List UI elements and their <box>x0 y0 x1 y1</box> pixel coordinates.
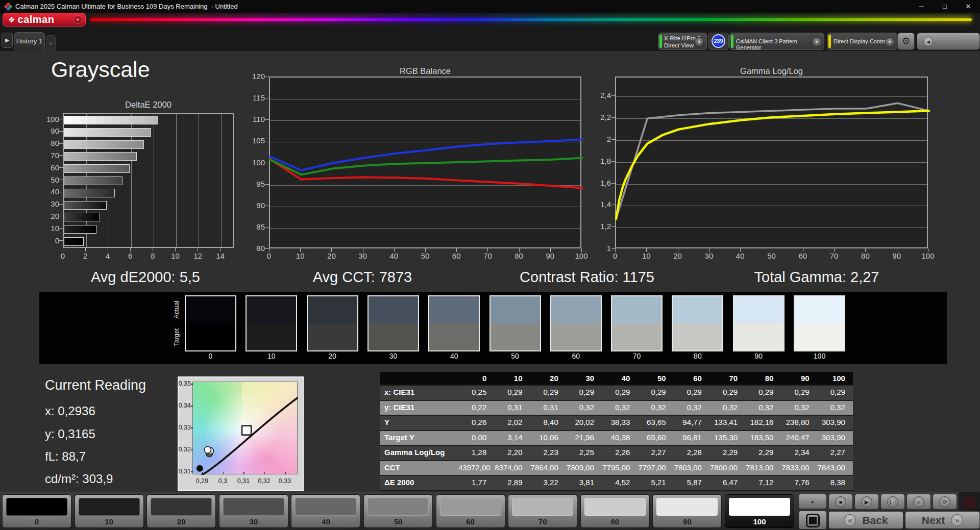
pattern-window-expand-button[interactable]: ▲ <box>798 494 827 509</box>
table-cell[interactable]: 2,20 <box>494 446 530 460</box>
table-cell[interactable]: 10,06 <box>530 431 566 445</box>
table-cell[interactable]: 0,32 <box>674 401 709 415</box>
table-cell[interactable]: 8,40 <box>530 416 566 430</box>
table-cell[interactable]: 2,23 <box>530 446 566 460</box>
pattern-button-30[interactable]: 30 <box>219 494 288 528</box>
table-cell[interactable]: 7813,00 <box>745 461 781 475</box>
table-cell[interactable]: 6,47 <box>709 476 745 490</box>
table-cell[interactable]: 0,29 <box>674 386 709 400</box>
table-cell[interactable]: 2,26 <box>602 446 638 460</box>
pattern-button-60[interactable]: 60 <box>436 494 505 528</box>
table-cell[interactable]: 0,31 <box>494 401 530 415</box>
table-cell[interactable]: 43972,00 <box>458 461 494 475</box>
calman-menu-button[interactable]: ❖ calman ▼ <box>3 13 86 27</box>
loop-button[interactable]: ⟳ <box>933 494 957 510</box>
table-cell[interactable]: 4,52 <box>602 476 638 490</box>
meter-dropdown[interactable]: X-Rite i1Pro 2 Direct View ▼ <box>658 33 707 50</box>
table-cell[interactable]: 7864,00 <box>530 461 566 475</box>
table-cell[interactable]: 63,65 <box>638 416 673 430</box>
play-button[interactable]: ▶ <box>854 494 879 510</box>
table-cell[interactable]: 7843,00 <box>817 461 853 475</box>
table-cell[interactable]: 0,29 <box>566 386 602 400</box>
table-cell[interactable]: 2,02 <box>494 416 530 430</box>
table-cell[interactable]: 183,50 <box>745 431 781 445</box>
table-cell[interactable]: 0,29 <box>817 386 853 400</box>
back-button[interactable]: « Back <box>828 511 903 529</box>
table-cell[interactable]: 94,77 <box>674 416 709 430</box>
table-cell[interactable]: 21,96 <box>566 431 602 445</box>
table-cell[interactable]: 7803,00 <box>674 461 709 475</box>
table-cell[interactable]: 0,29 <box>745 386 781 400</box>
table-cell[interactable]: 0,31 <box>530 401 566 415</box>
table-cell[interactable]: 5,21 <box>638 476 673 490</box>
table-cell[interactable]: 0,32 <box>566 401 602 415</box>
table-cell[interactable]: 0,32 <box>709 401 745 415</box>
pattern-button-90[interactable]: 90 <box>652 494 722 528</box>
pattern-button-50[interactable]: 50 <box>363 494 433 528</box>
table-cell[interactable]: 240,47 <box>781 431 817 445</box>
table-cell[interactable]: 303,90 <box>817 416 853 430</box>
table-cell[interactable]: 3,14 <box>494 431 530 445</box>
table-cell[interactable]: 0,29 <box>638 386 673 400</box>
pattern-button-80[interactable]: 80 <box>580 494 650 528</box>
table-cell[interactable]: 1,77 <box>458 476 494 490</box>
table-cell[interactable]: 0,32 <box>745 401 781 415</box>
table-cell[interactable]: 135,30 <box>709 431 745 445</box>
close-button[interactable]: ✕ <box>957 0 980 13</box>
table-cell[interactable]: 2,29 <box>709 446 745 460</box>
table-cell[interactable]: 0,22 <box>458 401 494 415</box>
pattern-button-100[interactable]: 100 <box>725 494 794 528</box>
table-cell[interactable]: 2,25 <box>566 446 602 460</box>
table-cell[interactable]: 2,27 <box>638 446 673 460</box>
table-cell[interactable]: 2,27 <box>817 446 853 460</box>
table-cell[interactable]: 182,16 <box>745 416 781 430</box>
table-cell[interactable]: 0,29 <box>781 386 817 400</box>
pattern-button-0[interactable]: 0 <box>2 494 71 528</box>
collapse-panel-button[interactable]: ◀ <box>917 33 980 50</box>
table-cell[interactable]: 2,89 <box>494 476 530 490</box>
pattern-button-10[interactable]: 10 <box>75 494 144 528</box>
table-cell[interactable]: 65,60 <box>638 431 673 445</box>
minimize-button[interactable]: ─ <box>910 0 933 13</box>
table-cell[interactable]: 20,02 <box>566 416 602 430</box>
table-cell[interactable]: 7800,00 <box>709 461 745 475</box>
table-cell[interactable]: 0,29 <box>602 386 638 400</box>
pattern-button-20[interactable]: 20 <box>146 494 216 528</box>
add-tab-button[interactable]: + <box>46 35 56 51</box>
table-cell[interactable]: 38,33 <box>602 416 638 430</box>
continuous-button[interactable]: ∞ <box>906 494 931 510</box>
table-cell[interactable]: 40,38 <box>602 431 638 445</box>
table-cell[interactable]: 5,87 <box>674 476 709 490</box>
table-cell[interactable]: 0,25 <box>458 386 494 400</box>
pattern-button-40[interactable]: 40 <box>291 494 360 528</box>
stop-button[interactable]: ■ <box>828 494 853 510</box>
pattern-button-70[interactable]: 70 <box>508 494 577 528</box>
measure-button[interactable]: [··] <box>880 494 905 510</box>
next-button[interactable]: Next » <box>905 511 980 529</box>
table-cell[interactable]: 3,22 <box>530 476 566 490</box>
table-cell[interactable]: 2,28 <box>674 446 709 460</box>
table-cell[interactable]: 0,32 <box>638 401 673 415</box>
table-cell[interactable]: 0,32 <box>817 401 853 415</box>
table-cell[interactable]: 1,28 <box>458 446 494 460</box>
table-cell[interactable]: 238,80 <box>781 416 817 430</box>
pattern-generator-dropdown[interactable]: CalMAN Client 3 Pattern Generator ▼ <box>729 33 824 50</box>
table-cell[interactable]: 7,12 <box>745 476 781 490</box>
table-cell[interactable]: 0,29 <box>709 386 745 400</box>
display-control-dropdown[interactable]: Direct Display Control ▼ <box>827 33 897 50</box>
table-cell[interactable]: 96,81 <box>674 431 709 445</box>
table-cell[interactable]: 7833,00 <box>781 461 817 475</box>
maximize-button[interactable]: □ <box>933 0 957 13</box>
table-cell[interactable]: 0,32 <box>781 401 817 415</box>
table-cell[interactable]: 7,76 <box>781 476 817 490</box>
table-cell[interactable]: 8374,00 <box>494 461 530 475</box>
table-cell[interactable]: 2,34 <box>781 446 817 460</box>
settings-button[interactable]: ⚙ <box>897 33 915 50</box>
meter-count-badge[interactable]: 239 <box>712 34 725 48</box>
table-cell[interactable]: 0,26 <box>458 416 494 430</box>
history-panel-button[interactable]: ▶ <box>2 33 13 48</box>
table-cell[interactable]: 0,32 <box>602 401 638 415</box>
table-cell[interactable]: 0,29 <box>494 386 530 400</box>
table-cell[interactable]: 7795,00 <box>602 461 638 475</box>
table-cell[interactable]: 3,81 <box>566 476 602 490</box>
